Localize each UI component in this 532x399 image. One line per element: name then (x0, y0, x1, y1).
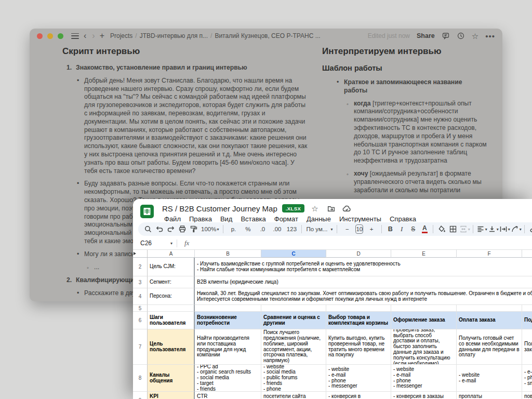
column-header-B[interactable]: B (195, 250, 261, 258)
cell-C9[interactable]: посетители сайта (261, 392, 326, 399)
cell-E6[interactable]: Оформление заказа (391, 312, 457, 329)
menu-Данные[interactable]: Данные (302, 215, 335, 223)
cell-E5[interactable] (391, 305, 457, 312)
cell-A5[interactable] (148, 305, 195, 312)
cell-C6[interactable]: Сравнение и оценка с другими (261, 312, 326, 329)
row-header-2[interactable]: 2 (133, 258, 148, 276)
row-header-3[interactable]: 3 (133, 276, 148, 288)
cell-A7[interactable]: Цель пользователя (148, 329, 195, 365)
percent-format-button[interactable]: % (241, 223, 255, 235)
cell-A9[interactable]: KPI (148, 392, 195, 399)
cell-E9[interactable]: - конверсия в заказы (391, 392, 457, 399)
cell-F7[interactable]: Получить готовый счет со всеми необходим… (457, 329, 522, 365)
zoom-select[interactable]: 100%▾ (200, 223, 220, 235)
font-size-input[interactable]: 10 (355, 224, 363, 234)
text-color-button[interactable]: A (419, 223, 430, 235)
strikethrough-button[interactable]: S (407, 223, 419, 235)
cell-B5[interactable] (195, 305, 261, 312)
column-header-C[interactable]: C (261, 250, 326, 258)
select-all-corner[interactable] (133, 250, 148, 258)
cell-B3[interactable]: B2B клиенты (юридические лица) (195, 276, 532, 288)
breadcrumb-segment[interactable]: JTBD-интервью для п... (140, 32, 208, 39)
cell-D9[interactable]: - конверсия в оформление (326, 392, 391, 399)
column-header-D[interactable]: D (326, 250, 391, 258)
close-button[interactable] (37, 33, 43, 39)
column-header-A[interactable]: A (148, 250, 195, 258)
print-icon[interactable] (177, 223, 188, 235)
horizontal-align-icon[interactable]: ▾ (476, 223, 487, 235)
share-button[interactable]: Share (417, 32, 435, 39)
text-rotation-icon[interactable]: ▾ (510, 223, 522, 235)
back-icon[interactable]: ‹ (83, 32, 87, 40)
sidebar-toggle-icon[interactable] (71, 33, 79, 39)
cell-G5[interactable] (522, 305, 532, 312)
menu-Формат[interactable]: Формат (270, 215, 302, 223)
font-select[interactable]: По ум...▾ (304, 223, 334, 235)
name-box[interactable]: C26▾ (133, 240, 172, 247)
cell-B2[interactable]: - Изучить взаимодействие с группой потре… (195, 258, 532, 276)
bold-button[interactable]: B (384, 223, 396, 235)
menu-Инструменты[interactable]: Инструменты (335, 215, 385, 223)
paint-format-icon[interactable] (188, 223, 200, 235)
star-icon[interactable]: ☆ (311, 204, 320, 213)
undo-icon[interactable] (154, 223, 165, 235)
cell-A2[interactable]: Цель CJM: (148, 258, 195, 276)
italic-button[interactable]: I (396, 223, 407, 235)
minimize-button[interactable] (47, 33, 53, 39)
row-header-5[interactable]: 5 (133, 305, 148, 312)
merge-cells-icon[interactable]: ▾ (459, 223, 470, 235)
cell-F9[interactable]: проплаты (457, 392, 522, 399)
forward-icon[interactable]: › (91, 32, 96, 40)
cell-A8[interactable]: Каналы общения (148, 365, 195, 392)
cloud-status-icon[interactable] (342, 204, 351, 213)
cell-E7[interactable]: Проверить заказ, выбрать способ доставки… (391, 329, 457, 365)
insert-link-icon[interactable] (527, 223, 532, 235)
row-header-6[interactable]: 6 (133, 312, 148, 329)
cell-D8[interactable]: - website - e-mail - phone - messenger (326, 365, 391, 392)
new-page-icon[interactable]: + (100, 31, 104, 41)
number-format-button[interactable]: 123 (284, 223, 299, 235)
row-header-7[interactable]: 7 (133, 329, 148, 365)
cell-A4[interactable]: Персона: (148, 288, 195, 305)
menu-Правка[interactable]: Правка (185, 215, 216, 223)
decrease-font-size-button[interactable]: − (340, 223, 354, 235)
cell-B8[interactable]: - PPC ad - organic search results - soci… (195, 365, 261, 392)
cell-E8[interactable]: - website - e-mail - phone - messenger (391, 365, 457, 392)
cell-B6[interactable]: Возникновение потребности (195, 312, 261, 329)
star-icon[interactable]: ☆ (472, 32, 478, 40)
breadcrumb-segment[interactable]: Projects (110, 32, 132, 39)
cell-G6[interactable]: Под (522, 312, 532, 329)
cell-F5[interactable] (457, 305, 522, 312)
column-header-E[interactable]: E (391, 250, 457, 258)
vertical-align-icon[interactable]: ▾ (487, 223, 499, 235)
cell-C8[interactable]: - website - social media - public forums… (261, 365, 326, 392)
cell-A6[interactable]: Шаги пользователя (148, 312, 195, 329)
cell-B7[interactable]: Найти производителя или поставщика проду… (195, 329, 261, 365)
cell-G7[interactable]: Полу зака (522, 329, 532, 365)
currency-format-button[interactable]: р. (226, 223, 241, 235)
search-icon[interactable] (142, 223, 154, 235)
increase-decimal-button[interactable]: .00 (270, 223, 284, 235)
row-header-9[interactable]: 9 (133, 392, 148, 399)
column-header-F[interactable]: F (457, 250, 522, 258)
cell-B4[interactable]: Николай, 30 лет. Ведущий специалист по з… (195, 288, 532, 305)
breadcrumb-segment[interactable]: Виталий Кузнецов, CEO Р-ТРАНС ... (215, 32, 320, 39)
more-options-icon[interactable]: ••• (485, 32, 495, 40)
increase-font-size-button[interactable]: + (364, 223, 379, 235)
cell-B9[interactable]: CTR (195, 392, 261, 399)
spreadsheet-title[interactable]: RS / B2B Customer Journey Map (162, 204, 277, 213)
decrease-decimal-button[interactable]: .0 (255, 223, 270, 235)
cell-C5[interactable] (261, 305, 326, 312)
menu-Справка[interactable]: Справка (385, 215, 420, 223)
cell-F8[interactable]: - website - e-mail (457, 365, 522, 392)
cell-D5[interactable] (326, 305, 391, 312)
menu-Вид[interactable]: Вид (216, 215, 237, 223)
cell-F6[interactable]: Оплата заказа (457, 312, 522, 329)
borders-icon[interactable] (447, 223, 459, 235)
cell-D7[interactable]: Купить выгодно, купить проверенный товар… (326, 329, 391, 365)
history-icon[interactable] (457, 32, 465, 40)
cell-G9[interactable]: пов (522, 392, 532, 399)
row-header-4[interactable]: 4 (133, 288, 148, 305)
text-wrap-icon[interactable]: ▾ (499, 223, 510, 235)
cell-G8[interactable]: - e-m - pho - sm (522, 365, 532, 392)
